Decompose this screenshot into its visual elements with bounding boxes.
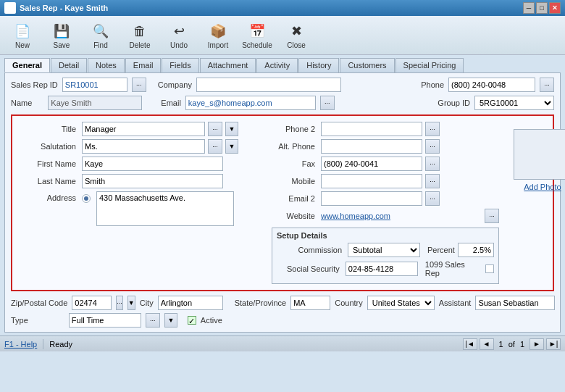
phone2-row: Phone 2 ··· xyxy=(272,122,499,136)
salutation-label: Salutation xyxy=(18,142,76,151)
socialsecurity-input[interactable] xyxy=(346,262,418,276)
lastname-input[interactable] xyxy=(82,174,223,188)
title-input[interactable] xyxy=(82,122,205,136)
toolbar: 📄 New 💾 Save 🔍 Find 🗑 Delete ↩ Undo 📦 Im… xyxy=(0,16,565,55)
firstname-input[interactable] xyxy=(82,157,223,171)
tab-detail[interactable]: Detail xyxy=(51,58,87,72)
salutation-input[interactable] xyxy=(82,139,205,154)
tab-activity[interactable]: Activity xyxy=(256,58,298,72)
fax-input[interactable] xyxy=(321,157,422,171)
nav-prev-button[interactable]: ◄ xyxy=(480,338,494,350)
phone2-dots-button[interactable]: ··· xyxy=(425,122,440,136)
detail-section: Title ··· ▼ Salutation ··· ▼ First Name … xyxy=(11,114,554,291)
import-icon: 📦 xyxy=(208,21,228,41)
type-label: Type xyxy=(11,316,28,325)
type-input[interactable] xyxy=(69,313,141,328)
tab-fields[interactable]: Fields xyxy=(162,58,198,72)
tab-notes[interactable]: Notes xyxy=(88,58,125,72)
email2-label: Email 2 xyxy=(272,194,315,203)
email2-row: Email 2 ··· xyxy=(272,191,499,206)
title-dropdown-button[interactable]: ▼ xyxy=(225,122,238,136)
email2-input[interactable] xyxy=(321,191,422,206)
tab-customers[interactable]: Customers xyxy=(340,58,394,72)
close-button[interactable]: ✖ Close xyxy=(278,19,314,51)
mobile-input[interactable] xyxy=(321,174,422,188)
country-label: Country xyxy=(335,299,363,307)
title-dots-button[interactable]: ··· xyxy=(208,122,222,136)
name-input[interactable] xyxy=(48,96,142,110)
altphone-dots-button[interactable]: ··· xyxy=(425,139,440,154)
mobile-dots-button[interactable]: ··· xyxy=(425,174,440,188)
setup-details-box: Setup Details Commission Subtotal Percen… xyxy=(272,228,499,284)
tab-email[interactable]: Email xyxy=(125,58,162,72)
nav-first-button[interactable]: |◄ xyxy=(463,338,477,350)
tab-specialpricing[interactable]: Special Pricing xyxy=(396,58,464,72)
salutation-dots-button[interactable]: ··· xyxy=(208,139,222,154)
fax-dots-button[interactable]: ··· xyxy=(425,157,440,171)
salesrepid-dots-button[interactable]: ··· xyxy=(132,78,146,92)
altphone-label: Alt. Phone xyxy=(272,142,315,151)
tab-history[interactable]: History xyxy=(298,58,339,72)
minimize-button[interactable]: ─ xyxy=(523,2,535,14)
commission-select[interactable]: Subtotal xyxy=(348,243,420,257)
state-label: State/Province xyxy=(235,299,287,307)
groupid-select[interactable]: 5RG10001 xyxy=(474,96,554,110)
zip-input[interactable] xyxy=(72,296,112,310)
salesrepid-input[interactable] xyxy=(62,78,127,92)
bottom-strip: Zip/Postal Code ··· ▼ City State/Provinc… xyxy=(11,296,554,310)
add-photo-link[interactable]: Add Photo xyxy=(524,183,561,191)
state-input[interactable] xyxy=(290,296,330,310)
email-label: Email xyxy=(161,99,181,107)
salesrepid-label: Sales Rep ID xyxy=(11,80,58,89)
address-radio[interactable] xyxy=(82,194,91,203)
assistant-label: Assistant xyxy=(439,299,472,307)
nav-next-button[interactable]: ► xyxy=(530,338,544,350)
company-input[interactable] xyxy=(196,78,341,92)
photo-placeholder xyxy=(514,129,565,180)
lastname-label: Last Name xyxy=(18,177,76,185)
help-label[interactable]: F1 - Help xyxy=(4,340,37,349)
address-row: Address 430 Massachusetts Ave. xyxy=(18,191,264,226)
import-button[interactable]: 📦 Import xyxy=(200,19,236,51)
type-dropdown-button[interactable]: ▼ xyxy=(164,313,177,328)
tab-general[interactable]: General xyxy=(4,58,50,72)
email2-dots-button[interactable]: ··· xyxy=(425,191,440,206)
phone2-input[interactable] xyxy=(321,122,422,136)
website-dots-button[interactable]: ··· xyxy=(485,209,499,223)
new-button[interactable]: 📄 New xyxy=(4,19,41,51)
address-textarea[interactable]: 430 Massachusetts Ave. xyxy=(96,191,234,226)
mobile-row: Mobile ··· xyxy=(272,174,499,188)
find-icon: 🔍 xyxy=(91,21,111,41)
phone-input[interactable] xyxy=(448,78,535,92)
city-input[interactable] xyxy=(158,296,223,310)
zip-dropdown-button[interactable]: ▼ xyxy=(127,296,135,310)
close-window-button[interactable]: ✕ xyxy=(549,2,561,14)
maximize-button[interactable]: □ xyxy=(536,2,548,14)
firstname-label: First Name xyxy=(18,159,76,168)
altphone-input[interactable] xyxy=(321,139,422,154)
phone2-label: Phone 2 xyxy=(272,125,315,133)
schedule-button[interactable]: 📅 Schedule xyxy=(239,19,275,51)
website-link[interactable]: www.homeapp.com xyxy=(321,212,482,220)
email-input[interactable] xyxy=(185,96,316,110)
zip-dots-button[interactable]: ··· xyxy=(116,296,123,310)
phone-dots-button[interactable]: ··· xyxy=(540,78,554,92)
undo-button[interactable]: ↩ Undo xyxy=(161,19,197,51)
form-area: Sales Rep ID ··· Company Phone ··· Name … xyxy=(4,72,561,333)
1099salesrep-checkbox[interactable] xyxy=(485,264,494,273)
active-checkbox[interactable]: ✓ xyxy=(188,316,196,325)
percent-input[interactable] xyxy=(458,243,494,257)
tab-attachment[interactable]: Attachment xyxy=(200,58,256,72)
save-button[interactable]: 💾 Save xyxy=(43,19,80,51)
fax-row: Fax ··· xyxy=(272,157,499,171)
assistant-input[interactable] xyxy=(475,296,555,310)
salutation-dropdown-button[interactable]: ▼ xyxy=(225,139,238,154)
type-dots-button[interactable]: ··· xyxy=(146,313,160,328)
find-button[interactable]: 🔍 Find xyxy=(83,19,119,51)
email-dots-button[interactable]: ··· xyxy=(320,96,335,110)
photo-column: Add Photo xyxy=(506,122,565,284)
nav-last-button[interactable]: ►| xyxy=(546,338,561,350)
socialsecurity-label: Social Security xyxy=(277,264,340,273)
country-select[interactable]: United States xyxy=(367,296,435,310)
delete-button[interactable]: 🗑 Delete xyxy=(122,19,158,51)
